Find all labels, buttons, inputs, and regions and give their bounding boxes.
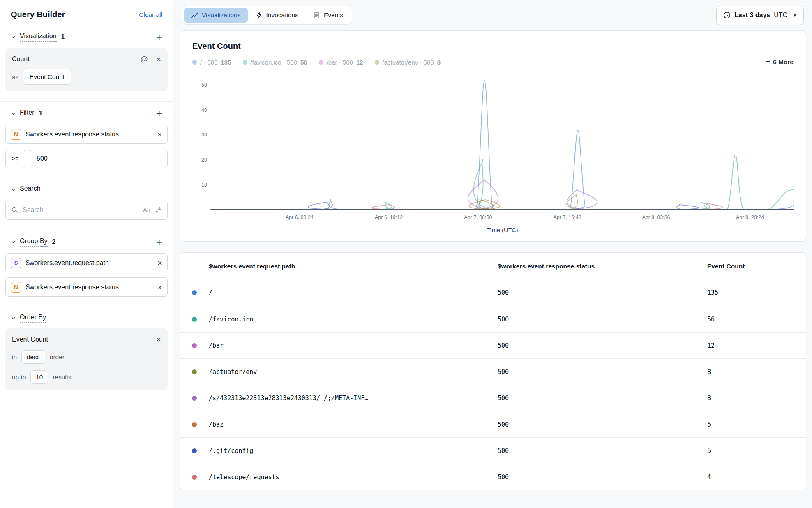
group-by-field-name: $workers.event.request.path [26,259,109,267]
column-header-status[interactable]: $workers.event.response.status [498,263,707,270]
visualization-section-label[interactable]: Visualization [20,32,57,42]
series-color-dot [192,448,197,453]
tab-label: Invocations [266,12,298,19]
event-count-cell: 8 [707,395,806,402]
filter-section: Filter 1 + N $workers.event.response.sta… [0,102,173,178]
table-row[interactable]: /favicon.ico50056 [180,306,806,332]
chevron-down-icon[interactable] [11,316,16,321]
chevron-down-icon[interactable] [11,187,16,192]
add-filter-button[interactable]: + [156,108,162,119]
page-title: Query Builder [11,10,65,19]
remove-filter-button[interactable]: × [157,130,162,139]
legend-count: 135 [221,59,231,66]
search-input[interactable] [23,206,138,214]
chart-series-line [211,180,794,210]
add-visualization-button[interactable]: + [156,32,162,42]
line-chart-icon [191,12,198,19]
filter-section-label[interactable]: Filter [20,109,35,118]
chevron-down-icon[interactable] [11,35,16,40]
visualization-alias-field[interactable]: Event Count [23,69,71,85]
filter-value-input[interactable] [30,149,168,168]
up-to-label: up to [12,374,26,381]
visualization-count: 1 [61,33,65,41]
results-table-card: $workers.event.request.path $workers.eve… [180,252,806,490]
filter-field-row[interactable]: N $workers.event.response.status × [5,125,168,144]
tab-events[interactable]: Events [306,8,350,23]
table-row[interactable]: /s/432313e22313e28313e2430313/_/;/META-I… [180,385,806,411]
chevron-down-icon: ▼ [793,13,797,18]
chart-series-line [211,190,794,210]
filter-operator-select[interactable]: >= [5,149,25,168]
response-status-cell: 500 [498,316,707,323]
svg-text:30: 30 [201,132,207,138]
time-range-button[interactable]: Last 3 days UTC ▼ [716,6,804,25]
remove-group-by-button[interactable]: × [157,283,162,291]
table-row[interactable]: /actuator/env5008 [180,358,806,385]
legend-item[interactable]: /favicon.ico · 50056 [243,59,307,66]
filter-field-name: $workers.event.response.status [26,131,119,138]
table-row[interactable]: /telescope/requests5004 [180,464,806,490]
tab-visualizations[interactable]: Visualizations [184,8,248,23]
match-case-icon[interactable]: Aa [143,206,150,213]
legend-count: 12 [356,59,363,66]
series-color-dot [192,343,197,348]
response-status-cell: 500 [498,342,707,349]
request-path-cell: /telescope/requests [209,473,498,481]
series-color-dot [192,475,197,480]
request-path-cell: /.git/config [209,447,498,455]
search-icon [11,206,18,213]
result-limit-input[interactable]: 10 [30,370,48,384]
search-section-label[interactable]: Search [20,185,41,194]
order-direction-select[interactable]: desc [21,350,45,364]
time-range-zone: UTC [774,12,787,19]
group-by-section-label[interactable]: Group By [20,238,48,247]
svg-text:Apr 7, 06:00: Apr 7, 06:00 [464,215,492,220]
group-by-field-row[interactable]: N $workers.event.response.status × [5,277,168,297]
table-row[interactable]: /bar50012 [180,332,806,358]
time-range-label: Last 3 days [734,12,770,19]
table-row[interactable]: /500135 [180,279,806,306]
svg-text:Time (UTC): Time (UTC) [487,227,518,233]
svg-text:50: 50 [201,82,207,88]
clock-icon [723,12,731,19]
table-row[interactable]: /baz5005 [180,411,806,437]
add-group-by-button[interactable]: + [156,237,162,247]
legend-item[interactable]: / · 500135 [192,59,231,66]
legend-item[interactable]: /actuator/env · 5008 [375,59,441,66]
legend-more-button[interactable]: + 6 More [766,58,794,67]
regex-icon[interactable] [155,206,162,213]
chevron-down-icon[interactable] [11,240,16,245]
bolt-icon [256,12,263,19]
remove-group-by-button[interactable]: × [157,259,162,267]
results-table-body: /500135/favicon.ico50056/bar50012/actuat… [180,279,806,490]
field-picker-icon[interactable]: @ [140,55,148,63]
legend-label: / · 500 [200,59,218,66]
remove-order-by-button[interactable]: × [156,335,161,344]
order-by-section: Order By Event Count × in desc order up … [0,307,173,400]
chart-series-line [211,155,794,210]
order-label: order [50,353,65,361]
legend-count: 8 [437,59,441,66]
legend-item[interactable]: /bar · 50012 [319,59,363,66]
chart-title: Event Count [192,42,794,51]
group-by-field-row[interactable]: S $workers.event.request.path × [5,253,168,272]
response-status-cell: 500 [498,368,707,376]
order-by-section-label[interactable]: Order By [20,314,46,323]
tab-invocations[interactable]: Invocations [249,8,305,23]
column-header-path[interactable]: $workers.event.request.path [209,263,498,270]
tab-label: Events [324,12,343,19]
search-field[interactable]: Aa [5,200,168,220]
table-row[interactable]: /.git/config5005 [180,437,806,464]
chevron-down-icon[interactable] [11,111,16,116]
column-header-event-count[interactable]: Event Count [707,263,806,270]
remove-visualization-button[interactable]: × [156,55,161,63]
clear-all-link[interactable]: Clear all [139,11,162,18]
legend-label: /actuator/env · 500 [383,59,434,66]
number-type-icon: N [11,282,21,293]
chart-plot-area: 1020304050Apr 6, 08:24Apr 6, 19:12Apr 7,… [192,70,794,237]
svg-text:10: 10 [201,182,207,188]
chart-legend: / · 500135/favicon.ico · 50056/bar · 500… [192,58,794,67]
svg-text:40: 40 [201,107,207,113]
as-label: as [12,74,18,81]
series-color-dot [192,396,197,401]
